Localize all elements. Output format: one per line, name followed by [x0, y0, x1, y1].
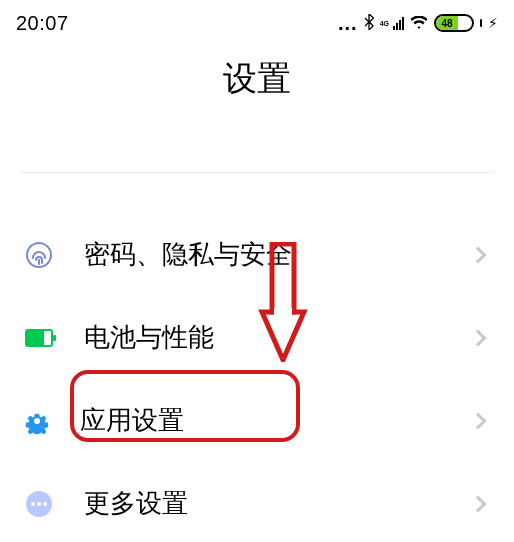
row-label: 电池与性能 — [84, 320, 472, 355]
chevron-right-icon — [470, 412, 487, 429]
charging-icon: ⚡︎ — [488, 15, 498, 31]
bluetooth-icon — [364, 12, 374, 35]
battery-icon: 48 — [434, 14, 474, 32]
row-label: 更多设置 — [84, 486, 472, 521]
battery-level-icon — [24, 323, 54, 353]
wifi-icon — [410, 12, 428, 35]
status-icons: ... 4G 48 ⚡︎ — [338, 12, 498, 35]
network-type: 4G — [380, 20, 389, 27]
gear-icon — [24, 408, 50, 434]
page-title: 设置 — [0, 56, 514, 102]
chevron-right-icon — [470, 495, 487, 512]
row-battery-performance[interactable]: 电池与性能 — [0, 296, 514, 379]
row-app-settings[interactable]: 应用设置 — [0, 379, 514, 462]
chevron-right-icon — [470, 329, 487, 346]
row-label: 应用设置 — [80, 403, 472, 438]
status-time: 20:07 — [16, 12, 69, 35]
status-bar: 20:07 ... 4G 48 ⚡︎ — [0, 0, 514, 38]
row-label: 密码、隐私与安全 — [84, 237, 472, 272]
fingerprint-icon — [24, 240, 54, 270]
chevron-right-icon — [470, 246, 487, 263]
svg-point-1 — [34, 418, 40, 424]
row-privacy-security[interactable]: 密码、隐私与安全 — [0, 213, 514, 296]
signal-icon — [393, 16, 404, 30]
more-dots-icon: ... — [338, 12, 358, 35]
dots-icon — [24, 489, 54, 519]
row-more-settings[interactable]: 更多设置 — [0, 462, 514, 542]
settings-list: 密码、隐私与安全 电池与性能 应用设置 更多设置 — [0, 173, 514, 542]
